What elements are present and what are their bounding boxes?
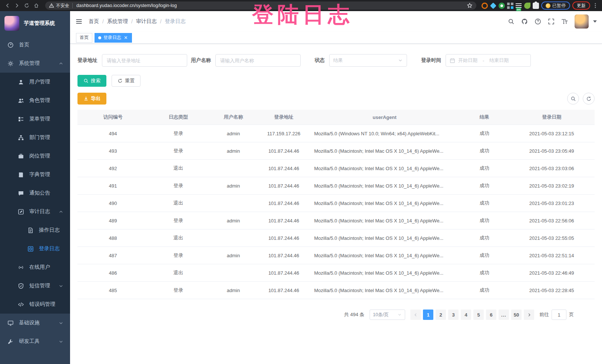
sidebar-item-error-code-management[interactable]: 错误码管理 (0, 295, 70, 314)
page-button-2[interactable]: 2 (436, 310, 446, 320)
page-button-1[interactable]: 1 (423, 310, 433, 320)
page-content: 登录地址 用户名称 状态 结果 登录时间 开始日期 - 结束日期 (70, 44, 602, 364)
sidebar-item-label: 错误码管理 (29, 301, 55, 308)
sidebar-item-home[interactable]: 首页 (0, 36, 70, 54)
fontsize-icon[interactable] (561, 18, 568, 25)
toggle-search-button[interactable] (567, 93, 579, 105)
login-time-label: 登录时间 (421, 57, 441, 64)
search-icon[interactable] (508, 18, 515, 25)
extension-green-icon[interactable] (499, 3, 505, 9)
table-row: 489登录admin101.87.244.46Mozilla/5.0 (Maci… (77, 212, 595, 229)
prev-page-button[interactable] (410, 310, 421, 320)
table-row: 493登录admin101.87.244.46Mozilla/5.0 (Maci… (77, 142, 595, 160)
reset-button[interactable]: 重置 (112, 75, 140, 87)
username-input[interactable] (215, 54, 301, 67)
github-icon[interactable] (521, 18, 528, 25)
top-navbar: 首页/系统管理/审计日志/登录日志 (70, 11, 602, 32)
status-select[interactable]: 结果 (329, 54, 407, 67)
sidebar-item-dev-tools[interactable]: 研发工具 (0, 332, 70, 351)
extension-grid-icon[interactable] (507, 3, 513, 9)
question-icon[interactable] (535, 18, 541, 25)
breadcrumb-item[interactable]: 首页 (89, 18, 99, 25)
address-bar[interactable]: 不安全 dashboard.yudao.iocoder.cn/system/lo… (45, 1, 476, 10)
reset-button-label: 重置 (125, 77, 135, 84)
sidebar-logo-row[interactable]: 芋道管理系统 (0, 11, 70, 36)
sidebar-item-dict-management[interactable]: 字典管理 (0, 165, 70, 184)
goto-page-input[interactable] (552, 310, 566, 320)
sidebar-item-menu-management[interactable]: 菜单管理 (0, 110, 70, 128)
table-cell: 成功 (460, 282, 509, 299)
export-button[interactable]: 导出 (77, 93, 106, 105)
user-avatar[interactable] (575, 14, 589, 29)
table-cell: 494 (77, 125, 148, 142)
close-icon[interactable] (123, 35, 128, 40)
kebab-menu-icon[interactable] (592, 3, 598, 9)
sidebar-item-audit-log[interactable]: 审计日志 (0, 202, 70, 221)
page-size-select[interactable]: 10条/页 (370, 310, 405, 320)
sidebar-item-dept-management[interactable]: 部门管理 (0, 128, 70, 147)
column-header: 登录地址 (258, 110, 309, 125)
column-header: 日志类型 (148, 110, 208, 125)
table-cell: 登录 (148, 282, 208, 299)
extension-list-icon[interactable]: on (516, 3, 522, 9)
home-icon[interactable] (33, 2, 40, 9)
fullscreen-icon[interactable] (548, 18, 555, 25)
breadcrumb-item[interactable]: 审计日志 (136, 18, 157, 25)
url-text[interactable]: dashboard.yudao.iocoder.cn/system/log/lo… (76, 3, 467, 8)
reset-icon (118, 78, 123, 83)
update-chip[interactable]: 更新 (572, 1, 590, 10)
table-row: 486退出101.87.244.46Mozilla/5.0 (Macintosh… (77, 264, 595, 282)
breadcrumb-item[interactable]: 系统管理 (107, 18, 128, 25)
login-time-range-picker[interactable]: 开始日期 - 结束日期 (446, 54, 531, 67)
navbar-actions (508, 14, 597, 29)
reload-icon[interactable] (23, 2, 30, 9)
more-pages-button[interactable]: ... (499, 310, 509, 320)
table-cell: 成功 (460, 212, 509, 229)
sidebar-item-role-management[interactable]: 角色管理 (0, 91, 70, 110)
sidebar-item-system-management[interactable]: 系统管理 (0, 54, 70, 73)
extension-orange-icon[interactable] (482, 3, 488, 9)
sidebar-item-online-users[interactable]: 在线用户 (0, 258, 70, 277)
download-icon (83, 96, 89, 101)
page-button-6[interactable]: 6 (486, 310, 496, 320)
menu-icon (18, 116, 24, 122)
profile-paused-chip[interactable]: 已暂停 (541, 1, 570, 10)
tag-label: 登录日志 (103, 34, 121, 41)
tab-登录日志[interactable]: 登录日志 (95, 33, 132, 43)
refresh-button[interactable] (583, 93, 595, 105)
extension-leaf-icon[interactable] (524, 3, 530, 9)
start-date-placeholder: 开始日期 (458, 57, 477, 64)
sidebar-item-operation-log[interactable]: 操作日志 (0, 221, 70, 239)
sidebar-item-post-management[interactable]: 岗位管理 (0, 147, 70, 165)
security-label[interactable]: 不安全 (56, 3, 69, 9)
tab-首页[interactable]: 首页 (76, 33, 92, 43)
login-address-input[interactable] (102, 54, 187, 67)
table-cell: 487 (77, 247, 148, 264)
page-button-5[interactable]: 5 (473, 310, 484, 320)
table-cell: admin (208, 247, 259, 264)
page-button-3[interactable]: 3 (448, 310, 459, 320)
sidebar-item-user-management[interactable]: 用户管理 (0, 73, 70, 91)
table-tools (567, 93, 595, 105)
extension-gem-icon[interactable] (490, 2, 496, 9)
search-button[interactable]: 搜索 (77, 75, 106, 87)
table-cell: 退出 (148, 229, 208, 247)
table-cell (208, 195, 259, 212)
sidebar-item-infrastructure[interactable]: 基础设施 (0, 314, 70, 332)
extensions-puzzle-icon[interactable] (533, 3, 539, 9)
sidebar-item-login-log[interactable]: 登录日志 (0, 239, 70, 258)
hamburger-icon[interactable] (75, 18, 83, 25)
forward-icon[interactable] (13, 2, 21, 9)
sidebar-item-label: 基础设施 (19, 320, 40, 326)
page-button-50[interactable]: 50 (511, 310, 522, 320)
back-icon[interactable] (4, 2, 11, 9)
page-button-4[interactable]: 4 (461, 310, 471, 320)
sidebar-item-sms-management[interactable]: 短信管理 (0, 277, 70, 295)
table-cell: 成功 (460, 177, 509, 195)
star-icon[interactable] (467, 3, 473, 9)
table-cell: 491 (77, 177, 148, 195)
avatar-caret-icon[interactable] (593, 20, 597, 23)
next-page-button[interactable] (524, 310, 534, 320)
shield-icon (18, 283, 24, 289)
sidebar-item-notice-announcement[interactable]: 通知公告 (0, 184, 70, 202)
